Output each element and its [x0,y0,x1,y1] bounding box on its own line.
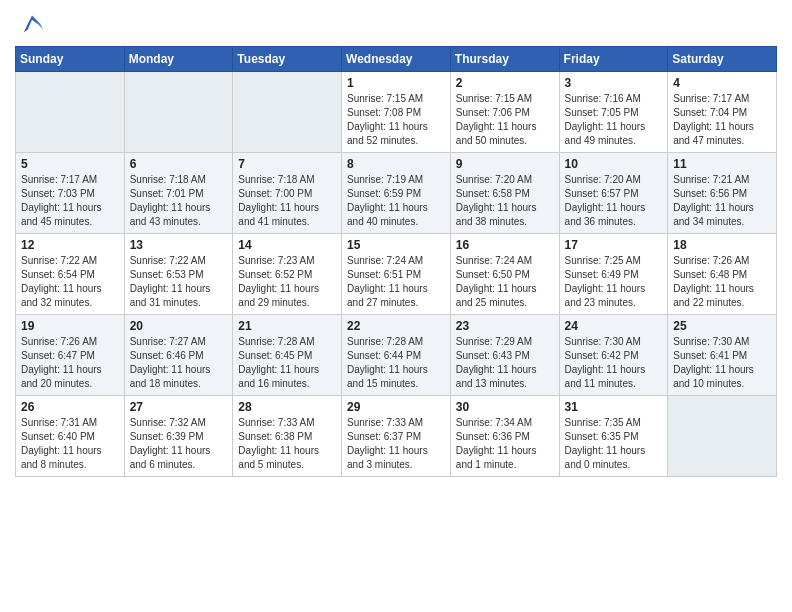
day-info: Sunrise: 7:19 AM Sunset: 6:59 PM Dayligh… [347,173,445,229]
day-number: 24 [565,319,663,333]
day-number: 20 [130,319,228,333]
weekday-header: Tuesday [233,47,342,72]
calendar-cell: 24Sunrise: 7:30 AM Sunset: 6:42 PM Dayli… [559,315,668,396]
day-info: Sunrise: 7:26 AM Sunset: 6:47 PM Dayligh… [21,335,119,391]
weekday-header: Monday [124,47,233,72]
day-number: 10 [565,157,663,171]
calendar-cell: 7Sunrise: 7:18 AM Sunset: 7:00 PM Daylig… [233,153,342,234]
day-number: 9 [456,157,554,171]
page-header [15,10,777,38]
calendar-cell: 17Sunrise: 7:25 AM Sunset: 6:49 PM Dayli… [559,234,668,315]
calendar-cell: 19Sunrise: 7:26 AM Sunset: 6:47 PM Dayli… [16,315,125,396]
day-info: Sunrise: 7:28 AM Sunset: 6:44 PM Dayligh… [347,335,445,391]
day-number: 13 [130,238,228,252]
day-number: 2 [456,76,554,90]
day-info: Sunrise: 7:33 AM Sunset: 6:38 PM Dayligh… [238,416,336,472]
day-number: 8 [347,157,445,171]
calendar-cell: 28Sunrise: 7:33 AM Sunset: 6:38 PM Dayli… [233,396,342,477]
calendar-table: SundayMondayTuesdayWednesdayThursdayFrid… [15,46,777,477]
day-number: 30 [456,400,554,414]
calendar-cell: 10Sunrise: 7:20 AM Sunset: 6:57 PM Dayli… [559,153,668,234]
day-number: 16 [456,238,554,252]
weekday-header: Thursday [450,47,559,72]
day-info: Sunrise: 7:22 AM Sunset: 6:54 PM Dayligh… [21,254,119,310]
day-number: 25 [673,319,771,333]
calendar-cell: 22Sunrise: 7:28 AM Sunset: 6:44 PM Dayli… [342,315,451,396]
day-info: Sunrise: 7:22 AM Sunset: 6:53 PM Dayligh… [130,254,228,310]
day-info: Sunrise: 7:17 AM Sunset: 7:03 PM Dayligh… [21,173,119,229]
calendar-cell: 30Sunrise: 7:34 AM Sunset: 6:36 PM Dayli… [450,396,559,477]
day-number: 12 [21,238,119,252]
calendar-week-row: 1Sunrise: 7:15 AM Sunset: 7:08 PM Daylig… [16,72,777,153]
calendar-cell: 3Sunrise: 7:16 AM Sunset: 7:05 PM Daylig… [559,72,668,153]
day-info: Sunrise: 7:25 AM Sunset: 6:49 PM Dayligh… [565,254,663,310]
day-number: 3 [565,76,663,90]
day-info: Sunrise: 7:32 AM Sunset: 6:39 PM Dayligh… [130,416,228,472]
calendar-cell: 11Sunrise: 7:21 AM Sunset: 6:56 PM Dayli… [668,153,777,234]
calendar-cell: 27Sunrise: 7:32 AM Sunset: 6:39 PM Dayli… [124,396,233,477]
calendar-week-row: 5Sunrise: 7:17 AM Sunset: 7:03 PM Daylig… [16,153,777,234]
calendar-cell: 18Sunrise: 7:26 AM Sunset: 6:48 PM Dayli… [668,234,777,315]
calendar-cell [668,396,777,477]
day-info: Sunrise: 7:15 AM Sunset: 7:06 PM Dayligh… [456,92,554,148]
day-info: Sunrise: 7:29 AM Sunset: 6:43 PM Dayligh… [456,335,554,391]
calendar-cell: 15Sunrise: 7:24 AM Sunset: 6:51 PM Dayli… [342,234,451,315]
calendar-cell [233,72,342,153]
day-info: Sunrise: 7:16 AM Sunset: 7:05 PM Dayligh… [565,92,663,148]
calendar-cell: 29Sunrise: 7:33 AM Sunset: 6:37 PM Dayli… [342,396,451,477]
calendar-cell: 16Sunrise: 7:24 AM Sunset: 6:50 PM Dayli… [450,234,559,315]
calendar-week-row: 12Sunrise: 7:22 AM Sunset: 6:54 PM Dayli… [16,234,777,315]
calendar-cell: 13Sunrise: 7:22 AM Sunset: 6:53 PM Dayli… [124,234,233,315]
day-info: Sunrise: 7:33 AM Sunset: 6:37 PM Dayligh… [347,416,445,472]
day-number: 23 [456,319,554,333]
logo-icon [18,10,46,38]
calendar-cell: 21Sunrise: 7:28 AM Sunset: 6:45 PM Dayli… [233,315,342,396]
day-number: 15 [347,238,445,252]
calendar-cell [124,72,233,153]
day-info: Sunrise: 7:34 AM Sunset: 6:36 PM Dayligh… [456,416,554,472]
day-info: Sunrise: 7:18 AM Sunset: 7:00 PM Dayligh… [238,173,336,229]
calendar-cell: 1Sunrise: 7:15 AM Sunset: 7:08 PM Daylig… [342,72,451,153]
calendar-cell: 8Sunrise: 7:19 AM Sunset: 6:59 PM Daylig… [342,153,451,234]
calendar-cell: 12Sunrise: 7:22 AM Sunset: 6:54 PM Dayli… [16,234,125,315]
day-number: 21 [238,319,336,333]
calendar-cell: 4Sunrise: 7:17 AM Sunset: 7:04 PM Daylig… [668,72,777,153]
day-number: 29 [347,400,445,414]
calendar-cell: 20Sunrise: 7:27 AM Sunset: 6:46 PM Dayli… [124,315,233,396]
calendar-week-row: 19Sunrise: 7:26 AM Sunset: 6:47 PM Dayli… [16,315,777,396]
day-info: Sunrise: 7:18 AM Sunset: 7:01 PM Dayligh… [130,173,228,229]
calendar-cell: 6Sunrise: 7:18 AM Sunset: 7:01 PM Daylig… [124,153,233,234]
day-info: Sunrise: 7:28 AM Sunset: 6:45 PM Dayligh… [238,335,336,391]
day-number: 4 [673,76,771,90]
calendar-cell: 14Sunrise: 7:23 AM Sunset: 6:52 PM Dayli… [233,234,342,315]
day-number: 27 [130,400,228,414]
day-info: Sunrise: 7:24 AM Sunset: 6:51 PM Dayligh… [347,254,445,310]
day-number: 31 [565,400,663,414]
calendar-cell: 5Sunrise: 7:17 AM Sunset: 7:03 PM Daylig… [16,153,125,234]
day-info: Sunrise: 7:20 AM Sunset: 6:57 PM Dayligh… [565,173,663,229]
day-info: Sunrise: 7:27 AM Sunset: 6:46 PM Dayligh… [130,335,228,391]
day-number: 19 [21,319,119,333]
weekday-header: Wednesday [342,47,451,72]
calendar-cell [16,72,125,153]
day-info: Sunrise: 7:17 AM Sunset: 7:04 PM Dayligh… [673,92,771,148]
day-number: 1 [347,76,445,90]
day-number: 26 [21,400,119,414]
day-info: Sunrise: 7:20 AM Sunset: 6:58 PM Dayligh… [456,173,554,229]
day-info: Sunrise: 7:30 AM Sunset: 6:41 PM Dayligh… [673,335,771,391]
day-info: Sunrise: 7:26 AM Sunset: 6:48 PM Dayligh… [673,254,771,310]
calendar-week-row: 26Sunrise: 7:31 AM Sunset: 6:40 PM Dayli… [16,396,777,477]
day-info: Sunrise: 7:35 AM Sunset: 6:35 PM Dayligh… [565,416,663,472]
calendar-header-row: SundayMondayTuesdayWednesdayThursdayFrid… [16,47,777,72]
weekday-header: Sunday [16,47,125,72]
day-number: 7 [238,157,336,171]
logo [15,10,46,38]
day-info: Sunrise: 7:15 AM Sunset: 7:08 PM Dayligh… [347,92,445,148]
calendar-cell: 23Sunrise: 7:29 AM Sunset: 6:43 PM Dayli… [450,315,559,396]
day-number: 5 [21,157,119,171]
day-number: 28 [238,400,336,414]
day-info: Sunrise: 7:24 AM Sunset: 6:50 PM Dayligh… [456,254,554,310]
day-info: Sunrise: 7:30 AM Sunset: 6:42 PM Dayligh… [565,335,663,391]
day-number: 14 [238,238,336,252]
day-number: 11 [673,157,771,171]
